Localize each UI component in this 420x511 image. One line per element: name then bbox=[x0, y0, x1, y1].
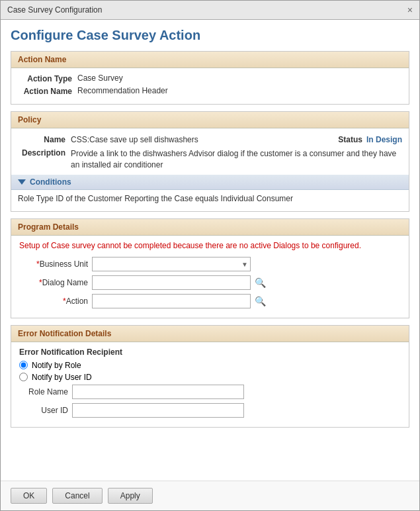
dialog-name-search-icon[interactable]: 🔍 bbox=[253, 276, 267, 289]
policy-section-body: Name CSS:Case save up sell dishwashers S… bbox=[11, 128, 409, 211]
action-type-value: Case Survey bbox=[77, 73, 402, 83]
role-name-label: Role Name bbox=[19, 387, 72, 396]
conditions-subsection: Conditions Role Type ID of the Customer … bbox=[11, 175, 409, 207]
notify-by-user-radio[interactable] bbox=[19, 373, 28, 381]
cancel-button[interactable]: Cancel bbox=[52, 488, 102, 504]
error-notification-body: Error Notification Recipient Notify by R… bbox=[11, 342, 409, 427]
business-unit-control: ▼ bbox=[92, 257, 251, 271]
notify-by-role-label: Notify by Role bbox=[32, 361, 81, 370]
dialog-name-label: *Dialog Name bbox=[19, 278, 92, 287]
apply-button[interactable]: Apply bbox=[108, 488, 153, 504]
notify-by-role-radio[interactable] bbox=[19, 361, 28, 369]
action-label: *Action bbox=[19, 297, 92, 306]
business-unit-label: *Business Unit bbox=[19, 259, 92, 269]
action-type-row: Action Type Case Survey bbox=[18, 73, 402, 83]
action-input[interactable] bbox=[92, 294, 251, 308]
conditions-header-label: Conditions bbox=[30, 177, 71, 187]
policy-status-value: In Design bbox=[366, 135, 402, 144]
conditions-header: Conditions bbox=[11, 175, 409, 190]
action-search-icon[interactable]: 🔍 bbox=[253, 295, 267, 308]
page-title: Configure Case Survey Action bbox=[11, 28, 409, 43]
program-error-message: Setup of Case survey cannot be completed… bbox=[19, 241, 401, 250]
notify-by-role-row: Notify by Role bbox=[19, 361, 401, 370]
policy-desc-value: Provide a link to the dishwashers Adviso… bbox=[71, 148, 402, 171]
dialog-name-control: 🔍 bbox=[92, 275, 267, 290]
role-name-row: Role Name bbox=[19, 385, 401, 399]
action-name-section-header: Action Name bbox=[11, 52, 409, 68]
business-unit-select-wrapper: ▼ bbox=[92, 257, 251, 271]
policy-section-header: Policy bbox=[11, 112, 409, 128]
error-notif-recipient-title: Error Notification Recipient bbox=[19, 348, 401, 357]
action-row: *Action 🔍 bbox=[19, 294, 401, 308]
program-details-section: Program Details Setup of Case survey can… bbox=[11, 218, 409, 318]
policy-desc-label: Description bbox=[18, 148, 71, 158]
action-name-row: Action Name Recommendation Header bbox=[18, 86, 402, 96]
action-name-value: Recommendation Header bbox=[77, 86, 402, 95]
dialog-name-input[interactable] bbox=[92, 275, 251, 290]
program-details-body: Setup of Case survey cannot be completed… bbox=[11, 236, 409, 318]
page-content: Configure Case Survey Action Action Name… bbox=[1, 20, 419, 481]
user-id-input[interactable] bbox=[72, 403, 244, 418]
notify-by-user-label: Notify by User ID bbox=[32, 373, 92, 382]
policy-status-label: Status bbox=[338, 135, 362, 144]
program-details-header: Program Details bbox=[11, 219, 409, 236]
business-unit-row: *Business Unit ▼ bbox=[19, 257, 401, 271]
policy-name-value: CSS:Case save up sell dishwashers bbox=[71, 135, 338, 144]
user-id-label: User ID bbox=[19, 406, 72, 415]
action-type-label: Action Type bbox=[18, 73, 77, 83]
policy-name-row: Name CSS:Case save up sell dishwashers S… bbox=[11, 132, 409, 147]
error-notification-header: Error Notification Details bbox=[11, 326, 409, 342]
conditions-text: Role Type ID of the Customer Reporting t… bbox=[18, 194, 293, 203]
policy-section: Policy Name CSS:Case save up sell dishwa… bbox=[11, 111, 409, 212]
conditions-body: Role Type ID of the Customer Reporting t… bbox=[11, 190, 409, 207]
action-control: 🔍 bbox=[92, 294, 267, 308]
action-name-section: Action Name Action Type Case Survey Acti… bbox=[11, 51, 409, 105]
action-name-section-body: Action Type Case Survey Action Name Reco… bbox=[11, 68, 409, 104]
role-name-input[interactable] bbox=[72, 385, 244, 399]
notify-by-user-row: Notify by User ID bbox=[19, 373, 401, 382]
conditions-triangle-icon bbox=[18, 179, 26, 185]
error-notification-section: Error Notification Details Error Notific… bbox=[11, 325, 409, 428]
ok-button[interactable]: OK bbox=[11, 488, 47, 504]
user-id-row: User ID bbox=[19, 403, 401, 418]
action-name-label: Action Name bbox=[18, 86, 77, 96]
close-button[interactable]: × bbox=[407, 5, 413, 15]
footer: OK Cancel Apply bbox=[1, 481, 419, 510]
dialog-name-row: *Dialog Name 🔍 bbox=[19, 275, 401, 290]
policy-name-label: Name bbox=[18, 135, 71, 144]
window-title: Case Survey Configuration bbox=[7, 5, 102, 15]
main-window: Case Survey Configuration × Configure Ca… bbox=[0, 0, 420, 511]
title-bar: Case Survey Configuration × bbox=[1, 1, 419, 20]
policy-desc-row: Description Provide a link to the dishwa… bbox=[11, 147, 409, 175]
business-unit-select[interactable] bbox=[92, 257, 251, 271]
